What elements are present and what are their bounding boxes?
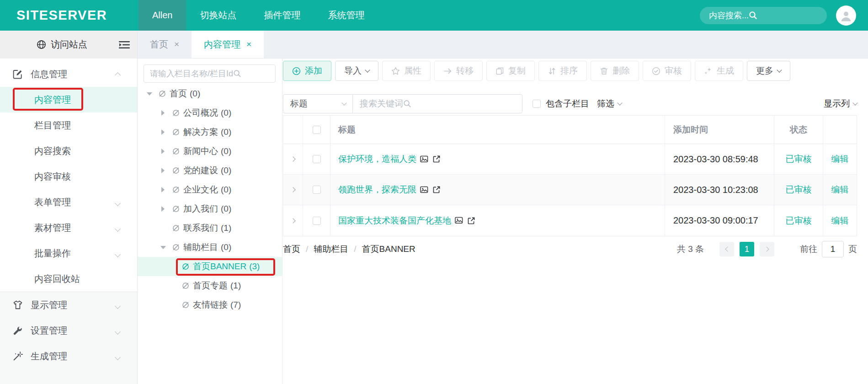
include-children-checkbox[interactable] (533, 100, 541, 108)
prev-page-button[interactable] (719, 242, 734, 256)
visit-site-button[interactable]: 访问站点 (0, 31, 137, 59)
row-checkbox-cell (303, 144, 330, 174)
logo-text: SITESERVER (16, 8, 107, 22)
caret-down-icon[interactable] (160, 246, 166, 249)
sidebar-item-content-search[interactable]: 内容搜索 (0, 138, 137, 164)
search-field-select[interactable]: 标题 (283, 95, 353, 113)
caret-right-icon[interactable] (160, 206, 166, 212)
avatar[interactable] (836, 5, 856, 26)
nav-item-plugins[interactable]: 插件管理 (250, 0, 314, 31)
collapse-menu-icon[interactable] (119, 41, 130, 49)
import-button[interactable]: 导入 (335, 61, 378, 81)
sidebar-item-info-management[interactable]: 信息管理 (0, 61, 137, 87)
row-checkbox[interactable] (313, 155, 321, 163)
visit-site-label: 访问站点 (51, 38, 87, 51)
channel-search-input[interactable]: 请输入栏目名称/栏目Id (144, 64, 276, 83)
next-page-button[interactable] (760, 242, 774, 256)
search-icon[interactable] (233, 69, 241, 78)
tree-item-news-center[interactable]: 新闻中心 (0) (138, 142, 282, 161)
trash-icon (600, 67, 608, 75)
expand-row-icon[interactable] (290, 187, 295, 192)
plus-circle-icon (292, 67, 301, 75)
tree-item-join-us[interactable]: 加入我们 (0) (138, 199, 282, 219)
tab-home[interactable]: 首页 × (138, 31, 192, 58)
sidebar-item-display-management[interactable]: 显示管理 (0, 292, 137, 318)
search-icon[interactable] (403, 100, 411, 108)
sidebar-item-generate-management[interactable]: 生成管理 (0, 343, 137, 369)
chevron-down-icon (116, 197, 120, 208)
row-checkbox-cell (303, 205, 330, 236)
current-page-button[interactable]: 1 (740, 242, 754, 256)
tree-item-home-topics[interactable]: 首页专题 (1) (138, 276, 282, 295)
tree-item-label: 辅助栏目 (183, 241, 218, 253)
close-icon[interactable]: × (246, 39, 251, 49)
caret-right-icon[interactable] (160, 149, 166, 154)
caret-right-icon[interactable] (160, 110, 166, 116)
table-row: 领跑世界，探索无限 2023-03-30 10:23:08 已审核 编辑 (283, 175, 857, 205)
tree-item-solutions[interactable]: 解决方案 (0) (138, 123, 282, 142)
chevron-down-icon (116, 300, 120, 310)
caret-right-icon[interactable] (160, 129, 166, 135)
external-link-icon[interactable] (432, 186, 441, 194)
sidebar-item-form-management[interactable]: 表单管理 (0, 189, 137, 215)
row-checkbox[interactable] (313, 186, 321, 194)
nav-item-system[interactable]: 系统管理 (314, 0, 378, 31)
keyword-input[interactable]: 搜索关键词 (353, 95, 522, 113)
sidebar-item-content-review[interactable]: 内容审核 (0, 164, 137, 189)
filter-row: 标题 搜索关键词 包含子栏目 筛选 显示列 (283, 94, 857, 113)
content-search-input[interactable]: 内容搜索... (700, 7, 827, 24)
status-badge: 已审核 (786, 184, 812, 196)
nav-item-user[interactable]: Allen (138, 0, 186, 31)
logo[interactable]: SITESERVER (0, 8, 138, 23)
nav-item-switch-site[interactable]: 切换站点 (186, 0, 250, 31)
edit-link[interactable]: 编辑 (831, 184, 849, 196)
columns-dropdown[interactable]: 显示列 (824, 98, 857, 110)
expand-row-icon[interactable] (290, 156, 295, 161)
tree-item-home[interactable]: 首页 (0) (138, 84, 282, 103)
expand-row-icon[interactable] (290, 218, 295, 223)
sidebar-item-material-management[interactable]: 素材管理 (0, 215, 137, 240)
tree-item-friend-links[interactable]: 友情链接 (7) (138, 295, 282, 315)
caret-right-icon[interactable] (160, 187, 166, 192)
search-icon[interactable] (749, 11, 757, 20)
external-link-icon[interactable] (467, 217, 475, 225)
external-link-icon[interactable] (432, 155, 441, 163)
tab-content-management[interactable]: 内容管理 × (192, 31, 264, 58)
edit-link[interactable]: 编辑 (831, 153, 849, 165)
filter-dropdown[interactable]: 筛选 (597, 98, 622, 110)
chevron-down-icon (777, 67, 782, 72)
add-button[interactable]: 添加 (283, 61, 331, 81)
tree-item-home-banner[interactable]: 首页BANNER (3) (138, 257, 282, 276)
content-title-link[interactable]: 保护环境，造福人类 (338, 153, 416, 165)
goto-page-input[interactable] (822, 241, 844, 257)
table-footer: 首页 / 辅助栏目 / 首页BANNER 共 3 条 1 前往 页 (283, 236, 857, 262)
chevron-down-icon (617, 100, 622, 105)
tree-item-company-profile[interactable]: 公司概况 (0) (138, 103, 282, 123)
tree-item-party-building[interactable]: 党的建设 (0) (138, 161, 282, 180)
row-edit-cell: 编辑 (823, 205, 857, 236)
sidebar-item-batch-operations[interactable]: 批量操作 (0, 240, 137, 266)
breadcrumb-home[interactable]: 首页 (283, 243, 300, 255)
import-button-label: 导入 (344, 65, 362, 77)
edit-link[interactable]: 编辑 (831, 215, 849, 227)
sidebar-item-channel-management[interactable]: 栏目管理 (0, 112, 137, 138)
sidebar-item-recycle-bin[interactable]: 内容回收站 (0, 266, 137, 292)
tree-item-corporate-culture[interactable]: 企业文化 (0) (138, 180, 282, 199)
sidebar-item-content-management[interactable]: 内容管理 (0, 87, 137, 112)
content-title-link[interactable]: 领跑世界，探索无限 (338, 184, 416, 196)
chevron-down-icon (116, 223, 120, 233)
caret-right-icon[interactable] (160, 168, 166, 173)
link-icon (181, 262, 190, 271)
content-title-link[interactable]: 国家重大技术装备国产化基地 (338, 215, 451, 227)
close-icon[interactable]: × (174, 39, 179, 49)
caret-down-icon[interactable] (146, 92, 153, 96)
breadcrumb-separator: / (354, 244, 356, 254)
more-button[interactable]: 更多 (747, 61, 790, 81)
breadcrumb-auxiliary[interactable]: 辅助栏目 (314, 243, 348, 255)
tree-item-auxiliary-channels[interactable]: 辅助栏目 (0) (138, 238, 282, 257)
select-all-checkbox[interactable] (313, 126, 321, 134)
tree-item-contact-us[interactable]: 联系我们 (1) (138, 219, 282, 238)
sidebar-item-settings-management[interactable]: 设置管理 (0, 318, 137, 343)
row-checkbox[interactable] (313, 217, 321, 225)
total-count: 共 3 条 (677, 243, 704, 255)
